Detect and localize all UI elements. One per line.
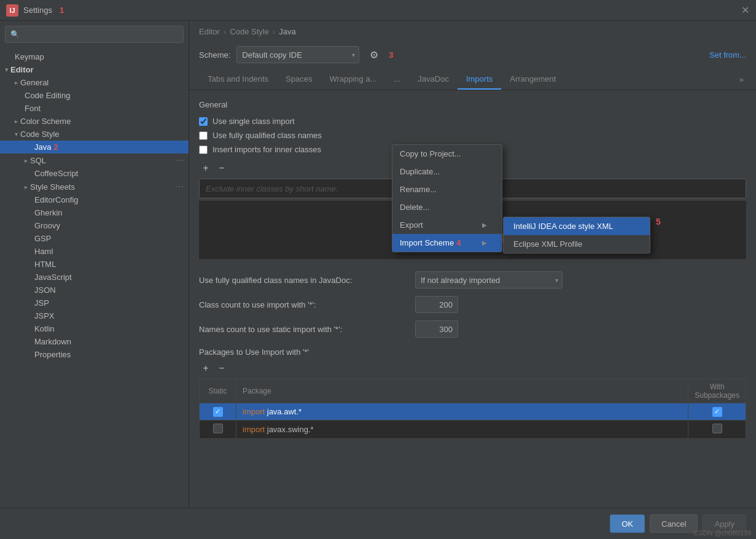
context-menu-duplicate[interactable]: Duplicate...	[392, 163, 502, 180]
sidebar-item-kotlin[interactable]: Kotlin	[0, 322, 189, 335]
app-icon: IJ	[6, 4, 18, 17]
checkbox-fully-qualified-label: Use fully qualified class names	[212, 131, 322, 140]
context-menu-export[interactable]: Export ▶	[392, 216, 502, 234]
table-row[interactable]: import javax.swing.*	[200, 420, 746, 438]
tab-wrapping[interactable]: Wrapping a...	[321, 69, 385, 90]
package-name: javax.swing.*	[267, 425, 314, 434]
ok-button[interactable]: OK	[610, 514, 645, 533]
sidebar-item-label: JSON	[34, 285, 56, 295]
sidebar-item-style-sheets[interactable]: Style Sheets ⋯	[0, 180, 189, 193]
tab-overflow-button[interactable]: »	[737, 72, 746, 87]
sidebar-item-editorconfig[interactable]: EditorConfig	[0, 193, 189, 206]
gear-button[interactable]: ⚙	[365, 46, 383, 63]
context-menu-rename[interactable]: Rename...	[392, 180, 502, 198]
submenu-arrow-icon: ▶	[482, 239, 487, 246]
sidebar-item-properties[interactable]: Properties	[0, 348, 189, 361]
sidebar-item-haml[interactable]: Haml	[0, 245, 189, 258]
with-subpackages-cell: ✓	[688, 403, 746, 421]
sidebar-item-jsp[interactable]: JSP	[0, 297, 189, 309]
sidebar-item-label: Font	[25, 104, 41, 113]
sidebar-item-coffeescript[interactable]: CoffeeScript	[0, 167, 189, 180]
tab-more1[interactable]: ...	[386, 69, 410, 90]
static-cell: ✓	[200, 403, 236, 421]
sidebar-item-gherkin[interactable]: Gherkin	[0, 206, 189, 219]
sidebar-item-groovy[interactable]: Groovy	[0, 219, 189, 232]
sidebar-item-label: General	[20, 78, 49, 87]
table-row[interactable]: ✓ import java.awt.* ✓	[200, 403, 746, 421]
chevron-down-icon: ▾	[555, 277, 558, 284]
checkbox-single-class-label: Use single class import	[212, 117, 295, 126]
javadoc-dropdown[interactable]: If not already imported ▾	[415, 271, 563, 289]
remove-button[interactable]: −	[215, 161, 228, 175]
sidebar-item-sql[interactable]: SQL ⋯	[0, 153, 189, 167]
col-package: Package	[236, 379, 688, 403]
expand-icon	[15, 79, 18, 86]
checkbox-fully-qualified-input[interactable]	[199, 131, 208, 140]
tab-javadoc[interactable]: JavaDoc	[409, 69, 458, 90]
sidebar-item-font[interactable]: Font	[0, 102, 189, 115]
sidebar-item-gsp[interactable]: GSP	[0, 232, 189, 245]
class-count-input[interactable]	[415, 296, 458, 313]
ellipsis-icon[interactable]: ⋯	[175, 155, 184, 165]
scheme-dropdown[interactable]: Default copy IDE ▾	[236, 46, 359, 63]
checkbox-insert-inner-input[interactable]	[199, 145, 208, 154]
context-menu-import-scheme[interactable]: Import Scheme 4 ▶	[392, 234, 502, 252]
expand-icon	[25, 184, 28, 190]
packages-title: Packages to Use Import with '*'	[199, 347, 746, 357]
context-menu-delete[interactable]: Delete...	[392, 198, 502, 216]
javadoc-row: Use fully qualified class names in JavaD…	[199, 271, 746, 289]
sidebar-item-markdown[interactable]: Markdown	[0, 335, 189, 348]
close-button[interactable]: ✕	[740, 6, 750, 15]
sidebar-item-keymap[interactable]: Keymap	[0, 50, 189, 63]
checkbox-single-class-input[interactable]	[199, 117, 208, 126]
scheme-label: Scheme:	[199, 50, 230, 60]
sidebar-item-code-editing[interactable]: Code Editing	[0, 89, 189, 102]
context-menu-label: Copy to Project...	[400, 149, 461, 158]
sidebar-item-json[interactable]: JSON	[0, 284, 189, 297]
sidebar-item-html[interactable]: HTML	[0, 258, 189, 271]
sidebar-item-label: Groovy	[34, 221, 60, 230]
sidebar-item-java[interactable]: Java 2	[0, 141, 189, 153]
right-panel: Editor › Code Style › Java Scheme: Defau…	[189, 21, 756, 508]
tab-spaces[interactable]: Spaces	[277, 69, 321, 90]
sidebar-item-jspx[interactable]: JSPX	[0, 309, 189, 322]
context-menu-copy-to-project[interactable]: Copy to Project...	[392, 145, 502, 163]
sidebar-item-code-style[interactable]: Code Style	[0, 128, 189, 141]
sidebar-item-general[interactable]: General	[0, 76, 189, 89]
sidebar-tree: Keymap Editor General Code Editing	[0, 48, 189, 508]
sidebar-item-editor[interactable]: Editor	[0, 63, 189, 76]
title-number: 1	[60, 6, 64, 15]
sidebar-item-color-scheme[interactable]: Color Scheme	[0, 115, 189, 128]
import-keyword: import	[243, 425, 265, 434]
submenu-intellij-xml[interactable]: IntelliJ IDEA code style XML	[504, 217, 650, 235]
sidebar-item-label: SQL	[30, 156, 46, 165]
packages-add-button[interactable]: +	[199, 362, 212, 375]
search-box[interactable]: 🔍	[5, 26, 184, 43]
sidebar-item-label: Gherkin	[34, 208, 63, 217]
packages-remove-button[interactable]: −	[215, 362, 228, 375]
add-button[interactable]: +	[199, 161, 212, 175]
submenu-eclipse-xml[interactable]: Eclipse XML Profile	[504, 235, 650, 253]
search-input[interactable]	[23, 30, 178, 39]
javadoc-value: If not already imported	[421, 276, 500, 285]
sidebar-item-label: GSP	[34, 234, 51, 243]
context-menu-label: Export	[400, 220, 423, 230]
sidebar: 🔍 Keymap Editor General	[0, 21, 189, 508]
cancel-button[interactable]: Cancel	[650, 514, 698, 533]
set-from-button[interactable]: Set from...	[709, 50, 746, 60]
sidebar-item-label: JavaScript	[34, 273, 72, 282]
sidebar-item-javascript[interactable]: JavaScript	[0, 271, 189, 284]
sidebar-item-label: Editor	[10, 65, 34, 74]
ellipsis-icon[interactable]: ⋯	[175, 182, 184, 192]
expand-icon	[15, 131, 18, 138]
names-count-input[interactable]	[415, 320, 458, 338]
titlebar-left: IJ Settings 1	[6, 4, 64, 17]
tab-arrangement[interactable]: Arrangement	[501, 69, 564, 90]
submenu-label: IntelliJ IDEA code style XML	[513, 222, 614, 231]
sidebar-item-label: Color Scheme	[20, 117, 71, 126]
breadcrumb-java: Java	[279, 27, 295, 36]
class-count-label: Class count to use import with '*':	[199, 300, 408, 309]
tab-tabs-indents[interactable]: Tabs and Indents	[199, 69, 277, 90]
tab-imports[interactable]: Imports	[458, 69, 501, 90]
context-menu: Copy to Project... Duplicate... Rename..…	[392, 144, 502, 252]
